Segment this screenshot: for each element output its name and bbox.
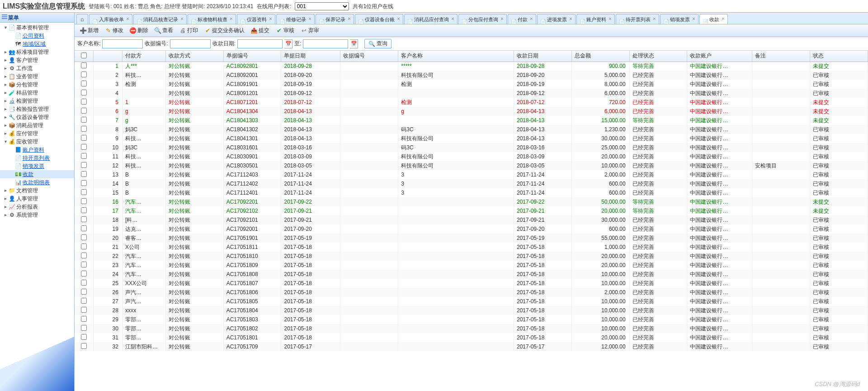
- column-header[interactable]: 收款日期: [514, 51, 571, 62]
- column-header[interactable]: 状态: [810, 51, 868, 62]
- table-row[interactable]: 17汽车…对公转账AC170921022017-09-212017-09-212…: [75, 206, 868, 215]
- close-icon[interactable]: ×: [568, 16, 573, 21]
- query-button[interactable]: 🔍查询: [364, 39, 392, 48]
- table-row[interactable]: 26声汽…对公转账AC170518062017-05-182017-05-182…: [75, 288, 868, 297]
- row-checkbox[interactable]: [81, 289, 87, 295]
- calendar-icon[interactable]: 📅: [350, 39, 358, 48]
- toolbar-button[interactable]: ↩弃审: [298, 26, 322, 35]
- cust-name-input[interactable]: [102, 39, 143, 48]
- row-checkbox[interactable]: [81, 126, 87, 132]
- nav-item[interactable]: ▸👤客户管理: [0, 56, 74, 64]
- row-checkbox[interactable]: [81, 62, 87, 68]
- row-checkbox[interactable]: [81, 189, 87, 195]
- nav-link[interactable]: 待开票列表: [23, 154, 50, 162]
- nav-item[interactable]: ▸🧪样品管理: [0, 89, 74, 97]
- nav-item[interactable]: ▸📋业务管理: [0, 72, 74, 81]
- close-icon[interactable]: ×: [396, 16, 401, 21]
- row-checkbox[interactable]: [81, 234, 87, 240]
- nav-item[interactable]: 🗺地域/区域: [0, 40, 74, 48]
- nav-item[interactable]: 📄待开票列表: [0, 154, 74, 162]
- toolbar-button[interactable]: ✔提交业务确认: [202, 26, 247, 35]
- nav-item[interactable]: 📘账户资料: [0, 146, 74, 154]
- row-checkbox[interactable]: [81, 262, 87, 267]
- tab[interactable]: 📄保养记录×: [316, 14, 354, 24]
- close-icon[interactable]: ×: [691, 16, 696, 21]
- nav-item[interactable]: ▸📈分析报表: [0, 203, 74, 211]
- row-checkbox[interactable]: [81, 280, 87, 286]
- toolbar-button[interactable]: ✔审核: [273, 26, 297, 35]
- close-icon[interactable]: ×: [529, 16, 534, 21]
- online-user-select[interactable]: 001: [295, 2, 349, 10]
- column-header[interactable]: 收款方式: [165, 51, 223, 62]
- table-row[interactable]: 8妈3C对公转账AC180413022018-04-13码3C2018-04-1…: [75, 125, 868, 134]
- row-checkbox[interactable]: [81, 216, 87, 222]
- nav-item[interactable]: 💵收款: [0, 170, 74, 178]
- row-checkbox[interactable]: [81, 307, 87, 313]
- close-icon[interactable]: ×: [347, 16, 352, 21]
- row-checkbox[interactable]: [81, 343, 87, 349]
- row-checkbox[interactable]: [81, 207, 87, 213]
- tab[interactable]: 📄收款×: [699, 14, 728, 24]
- date-from-input[interactable]: [237, 39, 283, 48]
- close-icon[interactable]: ×: [652, 16, 657, 21]
- row-checkbox[interactable]: [81, 180, 87, 186]
- column-header[interactable]: 总金额: [571, 51, 629, 62]
- table-row[interactable]: 31零部…对公转账AC170518012017-05-182017-05-182…: [75, 333, 868, 342]
- column-header[interactable]: [75, 51, 94, 62]
- nav-item[interactable]: 📊收款明细表: [0, 178, 74, 186]
- tab[interactable]: 📄仪器设备台账×: [355, 14, 403, 24]
- table-row[interactable]: 22汽车…对公转账AC170518102017-05-182017-05-182…: [75, 252, 868, 261]
- tab[interactable]: 📄销项发票×: [660, 14, 698, 24]
- row-checkbox[interactable]: [81, 171, 87, 177]
- row-checkbox[interactable]: [81, 81, 87, 86]
- nav-link[interactable]: 收款: [23, 170, 33, 178]
- close-icon[interactable]: ×: [125, 16, 130, 21]
- toolbar-button[interactable]: ⛔删除: [127, 26, 151, 35]
- row-checkbox[interactable]: [81, 117, 87, 123]
- row-checkbox[interactable]: [81, 90, 87, 95]
- table-row[interactable]: 23汽车…对公转账AC170518092017-05-182017-05-182…: [75, 261, 868, 270]
- column-header[interactable]: 收据编号: [340, 51, 398, 62]
- table-row[interactable]: 20睿客…对公转账AC170519012017-05-192017-05-195…: [75, 234, 868, 243]
- table-row[interactable]: 32江阴市阳科…对公转账AC170517092017-05-172017-05-…: [75, 342, 868, 351]
- close-icon[interactable]: ×: [450, 16, 455, 21]
- table-row[interactable]: 4对公转账AC180912012018-09-122018-09-126,000…: [75, 89, 868, 98]
- tab[interactable]: 📄入库验收单×: [89, 14, 132, 24]
- nav-item[interactable]: ▸👥标准项目管理: [0, 48, 74, 56]
- column-header[interactable]: 处理状态: [629, 51, 687, 62]
- row-checkbox[interactable]: [81, 298, 87, 304]
- column-header[interactable]: 付款方: [122, 51, 165, 62]
- close-icon[interactable]: ×: [179, 16, 184, 21]
- nav-item[interactable]: ▸💰应付管理: [0, 129, 74, 138]
- table-row[interactable]: 2科技…对公转账AC180920012018-09-20科技有限公司2018-0…: [75, 71, 868, 80]
- column-header[interactable]: 客户名称: [398, 51, 514, 62]
- nav-item[interactable]: 📄公司资料: [0, 32, 74, 40]
- nav-item[interactable]: ▸🔧仪器设备管理: [0, 113, 74, 121]
- close-icon[interactable]: ×: [500, 16, 505, 21]
- tab-home[interactable]: ⌂: [76, 14, 88, 24]
- row-checkbox[interactable]: [81, 334, 87, 340]
- table-row[interactable]: 10妈3C对公转账AC180316012018-03-16码3C2018-03-…: [75, 143, 868, 152]
- tab[interactable]: 📄待开票列表×: [616, 14, 659, 24]
- table-row[interactable]: 14B对公转账AC171124022017-11-2432017-11-2460…: [75, 179, 868, 188]
- close-icon[interactable]: ×: [608, 16, 613, 21]
- column-header[interactable]: 单据编号: [223, 51, 281, 62]
- tab[interactable]: 📄付款×: [508, 14, 536, 24]
- calendar-icon[interactable]: 📅: [284, 39, 292, 48]
- row-checkbox[interactable]: [81, 72, 87, 77]
- table-row[interactable]: 6g对公转账AC180413042018-04-13g2018-04-136,0…: [75, 107, 868, 116]
- recv-no-input[interactable]: [170, 39, 211, 48]
- table-row[interactable]: 51对公转账AC180712012018-07-12检测2018-07-1272…: [75, 98, 868, 107]
- select-all-checkbox[interactable]: [81, 52, 87, 58]
- tab[interactable]: 📄标准物料核查×: [188, 14, 236, 24]
- table-row[interactable]: 25XXX公司对公转账AC170518072017-05-182017-05-1…: [75, 279, 868, 288]
- column-header[interactable]: 单据日期: [281, 51, 340, 62]
- row-checkbox[interactable]: [81, 253, 87, 258]
- table-row[interactable]: 15B对公转账AC171124012017-11-2432017-11-2460…: [75, 188, 868, 197]
- tab[interactable]: 📄进项发票×: [537, 14, 576, 24]
- table-row[interactable]: 21X公司对公转账AC170518112017-05-182017-05-181…: [75, 243, 868, 252]
- row-checkbox[interactable]: [81, 162, 87, 168]
- table-row[interactable]: 7g对公转账AC180413032018-04-132018-04-1315,0…: [75, 116, 868, 125]
- column-header[interactable]: 备注: [752, 51, 810, 62]
- nav-item[interactable]: ▾📄基本资料管理: [0, 24, 74, 32]
